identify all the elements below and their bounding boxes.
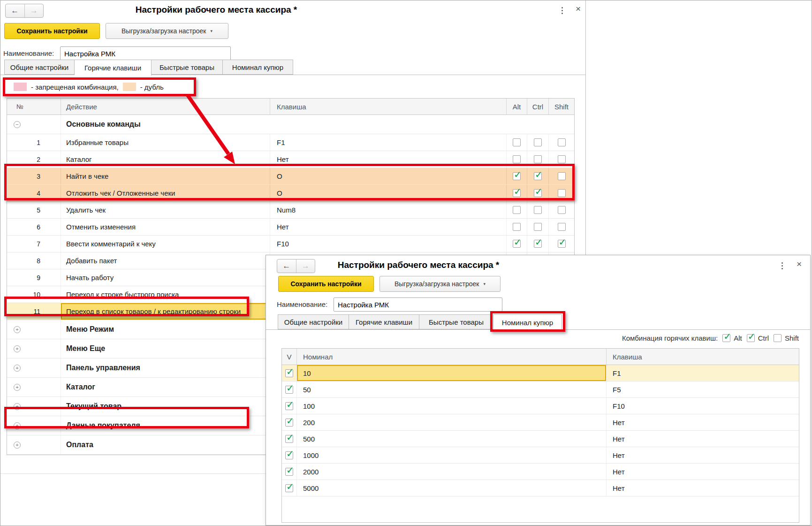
alt-checkbox[interactable]	[513, 223, 521, 231]
header-denomination: Номинал	[297, 349, 607, 365]
header-num: №	[7, 99, 61, 114]
denomination-row[interactable]: 10F1	[282, 365, 799, 381]
expand-icon[interactable]: +	[14, 345, 21, 352]
cell-num: +	[7, 435, 61, 454]
tab-hotkeys[interactable]: Горячие клавиши	[75, 60, 152, 76]
screenshot-root: ← → Настройки рабочего места кассира * ×…	[0, 0, 812, 526]
cell-alt	[507, 134, 527, 151]
annotation-box-customer-data	[4, 407, 249, 428]
denomination-row[interactable]: 5000Нет	[282, 480, 799, 496]
hotkeys-table-header: № Действие Клавиша Alt Ctrl Shift	[7, 99, 574, 115]
row-checkbox[interactable]	[285, 386, 293, 394]
close-icon[interactable]: ×	[576, 4, 581, 13]
cell-alt	[507, 236, 527, 252]
row-checkbox[interactable]	[285, 484, 293, 492]
expand-icon[interactable]: +	[14, 326, 21, 333]
cell-check	[282, 381, 297, 397]
dropdown-caret-icon: ▾	[484, 282, 486, 286]
cell-action: Ввести комментарий к чеку	[61, 236, 270, 252]
name-field-label: Наименование:	[3, 46, 54, 61]
export-import-settings-button[interactable]: Выгрузка/загрузка настроек▾	[106, 23, 228, 39]
header-ctrl: Ctrl	[527, 99, 549, 114]
tab-quick-goods[interactable]: Быстрые товары	[419, 314, 493, 329]
cell-num: 7	[7, 236, 61, 252]
cell-num: +	[7, 378, 61, 396]
cell-action: Добавить пакет	[61, 252, 270, 269]
hotkey-row[interactable]: 6Отменить измененияНет	[7, 219, 574, 236]
name-input[interactable]	[60, 46, 231, 61]
hotkey-row[interactable]: 5Удалить чекNum8	[7, 202, 574, 219]
more-menu-icon[interactable]	[560, 5, 565, 16]
ctrl-checkbox[interactable]	[747, 334, 755, 342]
alt-checkbox[interactable]	[513, 206, 521, 214]
ctrl-checkbox[interactable]	[534, 206, 542, 214]
ctrl-checkbox[interactable]	[534, 223, 542, 231]
denomination-row[interactable]: 500Нет	[282, 431, 799, 447]
tab-general-settings[interactable]: Общие настройки	[4, 60, 75, 75]
hotkey-row[interactable]: 1Избранные товарыF1	[7, 134, 574, 151]
shift-checkbox[interactable]	[558, 138, 566, 146]
cell-check	[282, 464, 297, 480]
hotkey-row[interactable]: 7Ввести комментарий к чекуF10	[7, 236, 574, 252]
close-icon[interactable]: ×	[797, 259, 802, 268]
shift-checkbox[interactable]	[558, 240, 566, 248]
expand-icon[interactable]: +	[14, 442, 21, 449]
name-input[interactable]	[334, 297, 502, 312]
header-shift: Shift	[549, 99, 574, 114]
ctrl-checkbox[interactable]	[534, 138, 542, 146]
forbidden-color-swatch	[14, 83, 27, 91]
denomination-row[interactable]: 100F10	[282, 398, 799, 414]
cell-key: F10	[270, 236, 507, 252]
shift-checkbox[interactable]	[774, 334, 782, 342]
export-import-settings-button[interactable]: Выгрузка/загрузка настроек▾	[379, 276, 501, 292]
main-tab-bar: Общие настройки Горячие клавиши Быстрые …	[4, 60, 293, 76]
alt-checkbox[interactable]	[722, 334, 730, 342]
expand-icon[interactable]: +	[14, 365, 21, 372]
back-button[interactable]: ←	[277, 259, 296, 273]
denomination-row[interactable]: 1000Нет	[282, 447, 799, 464]
cell-key: Нет	[607, 431, 799, 447]
cell-ctrl	[527, 236, 549, 252]
denomination-row[interactable]: 200Нет	[282, 414, 799, 431]
shift-checkbox[interactable]	[558, 223, 566, 231]
tab-hotkeys[interactable]: Горячие клавиши	[349, 314, 419, 329]
row-checkbox[interactable]	[285, 468, 293, 476]
cell-num: 1	[7, 134, 61, 151]
alt-checkbox[interactable]	[513, 138, 521, 146]
ctrl-checkbox[interactable]	[534, 155, 542, 163]
header-check: V	[282, 349, 297, 365]
alt-checkbox[interactable]	[513, 240, 521, 248]
tab-denominations[interactable]: Номинал купюр	[223, 60, 293, 75]
duplicate-color-swatch	[123, 83, 136, 91]
row-checkbox[interactable]	[285, 451, 293, 459]
group-label: Основные команды	[61, 115, 574, 134]
row-checkbox[interactable]	[285, 402, 293, 410]
more-menu-icon[interactable]	[780, 260, 785, 271]
cell-num: +	[7, 339, 61, 358]
tab-general-settings[interactable]: Общие настройки	[278, 314, 349, 329]
cell-key: Нет	[607, 447, 799, 463]
denomination-row[interactable]: 2000Нет	[282, 464, 799, 480]
row-checkbox[interactable]	[285, 435, 293, 443]
row-checkbox[interactable]	[285, 369, 293, 377]
expand-icon[interactable]: +	[14, 384, 21, 391]
shift-checkbox[interactable]	[558, 155, 566, 163]
alt-checkbox[interactable]	[513, 155, 521, 163]
cell-denomination: 10	[297, 365, 607, 381]
cell-denomination: 100	[297, 398, 607, 414]
tab-quick-goods[interactable]: Быстрые товары	[152, 60, 223, 75]
cell-key: Нет	[270, 219, 507, 235]
row-checkbox[interactable]	[285, 419, 293, 427]
group-row[interactable]: −Основные команды	[7, 115, 574, 134]
save-settings-button[interactable]: Сохранить настройки	[4, 23, 100, 39]
shift-checkbox[interactable]	[558, 206, 566, 214]
collapse-icon[interactable]: −	[14, 121, 21, 128]
back-button[interactable]: ←	[6, 4, 25, 17]
shift-label: Shift	[785, 334, 799, 342]
back-arrow-icon: ←	[282, 261, 290, 271]
save-settings-button[interactable]: Сохранить настройки	[278, 276, 374, 292]
export-import-label: Выгрузка/загрузка настроек	[121, 27, 206, 35]
ctrl-checkbox[interactable]	[534, 240, 542, 248]
cell-ctrl	[527, 219, 549, 235]
denomination-row[interactable]: 50F5	[282, 381, 799, 398]
